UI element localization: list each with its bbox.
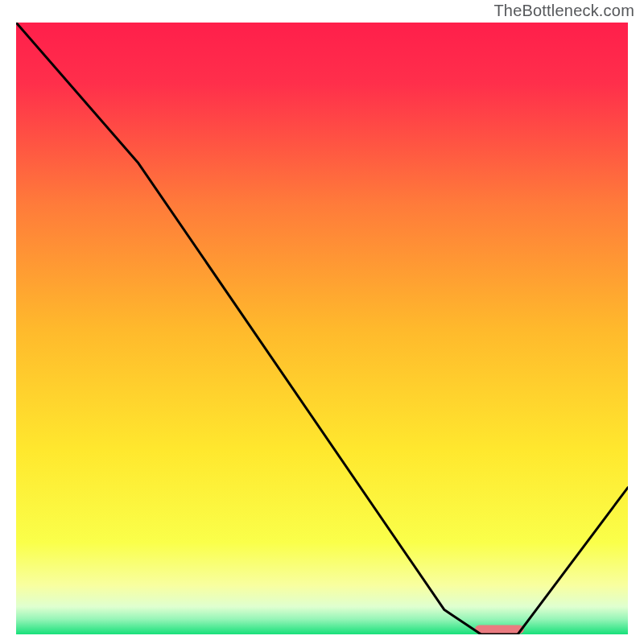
watermark-text: TheBottleneck.com [493, 2, 634, 20]
chart-background [16, 23, 628, 634]
optimal-range-marker [475, 625, 524, 634]
chart-svg [16, 23, 628, 634]
bottleneck-chart [16, 23, 628, 634]
